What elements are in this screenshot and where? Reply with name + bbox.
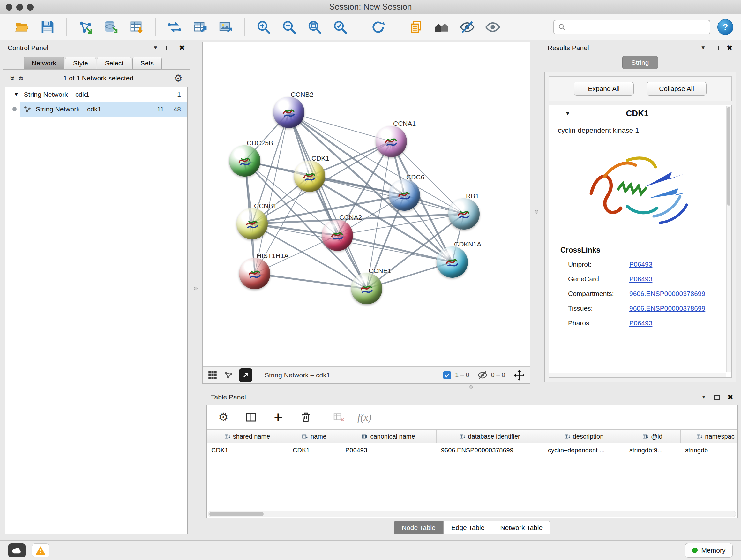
network-node-CCNA1[interactable] xyxy=(376,126,407,157)
scrollbar-thumb[interactable] xyxy=(209,512,264,516)
network-row-selected[interactable]: String Network – cdk1 11 48 xyxy=(5,102,187,117)
column-header--id[interactable]: @id xyxy=(625,430,681,443)
memory-button[interactable]: Memory xyxy=(685,543,733,558)
network-node-CCNB1[interactable] xyxy=(237,208,268,240)
float-panel-icon[interactable] xyxy=(714,46,719,51)
add-column-icon[interactable]: + xyxy=(269,408,287,426)
column-header-shared-name[interactable]: shared name xyxy=(207,430,288,443)
network-share-icon[interactable] xyxy=(223,370,234,381)
splitter-handle[interactable] xyxy=(194,287,198,290)
column-header-description[interactable]: description xyxy=(543,430,625,443)
network-node-CCNE1[interactable] xyxy=(351,273,382,304)
column-header-name[interactable]: name xyxy=(288,430,341,443)
horizontal-scrollbar[interactable] xyxy=(549,373,726,377)
tab-node-table[interactable]: Node Table xyxy=(394,521,444,535)
vertical-scrollbar[interactable] xyxy=(726,106,731,372)
zoom-out-icon[interactable] xyxy=(280,17,298,37)
table-cell[interactable]: CDK1 xyxy=(207,443,288,457)
open-session-icon[interactable] xyxy=(13,17,31,37)
network-node-CDC25B[interactable] xyxy=(229,145,260,177)
close-panel-icon[interactable]: ✖ xyxy=(727,394,733,401)
float-panel-icon[interactable] xyxy=(166,46,172,51)
crosslink-tissues-link[interactable]: 9606.ENSP00000378699 xyxy=(629,305,705,312)
splitter-handle[interactable] xyxy=(469,385,473,389)
tree-expand-icon[interactable]: ▼ xyxy=(14,91,19,98)
tab-sets[interactable]: Sets xyxy=(132,57,162,69)
function-builder-icon[interactable]: f(x) xyxy=(357,412,372,423)
selected-checkbox-icon[interactable] xyxy=(442,370,452,380)
help-button[interactable]: ? xyxy=(718,19,733,35)
tab-string[interactable]: String xyxy=(622,56,658,69)
collapse-all-button[interactable]: Collapse All xyxy=(647,82,706,96)
table-cell[interactable]: P06493 xyxy=(341,443,436,457)
expand-all-button[interactable]: Expand All xyxy=(574,82,634,96)
search-input[interactable] xyxy=(569,23,706,31)
table-cell[interactable]: cyclin–dependent ... xyxy=(543,443,625,457)
detach-view-button[interactable] xyxy=(239,368,253,382)
export-network-icon[interactable] xyxy=(165,17,184,37)
close-panel-icon[interactable]: ✖ xyxy=(179,44,185,52)
close-panel-icon[interactable]: ✖ xyxy=(727,44,733,52)
table-cell[interactable]: CDK1 xyxy=(288,443,341,457)
show-all-eye-icon[interactable] xyxy=(483,17,502,37)
float-panel-icon[interactable] xyxy=(714,395,720,400)
save-session-icon[interactable] xyxy=(38,17,57,37)
import-network-from-file-icon[interactable] xyxy=(76,17,95,37)
collapse-panel-icon[interactable]: ▼ xyxy=(701,394,706,400)
network-node-CDC6[interactable] xyxy=(389,179,420,211)
scrollbar-thumb[interactable] xyxy=(727,107,731,206)
network-node-CDKN1A[interactable] xyxy=(436,246,468,278)
column-header-canonical-name[interactable]: canonical name xyxy=(341,430,436,443)
zoom-in-icon[interactable] xyxy=(254,17,273,37)
splitter-handle[interactable] xyxy=(535,210,538,213)
collapse-panel-icon[interactable]: ▼ xyxy=(153,45,158,51)
table-horizontal-scrollbar[interactable] xyxy=(208,511,736,517)
tab-network[interactable]: Network xyxy=(23,57,64,69)
column-header-database-identifier[interactable]: database identifier xyxy=(436,430,543,443)
crosslink-uniprot-link[interactable]: P06493 xyxy=(629,260,652,268)
network-view[interactable]: CCNB2CCNA1CDC25BCDK1CDC6RB1CCNB1CCNA2CDK… xyxy=(202,42,530,384)
table-row[interactable]: CDK1CDK1P064939606.ENSP00000378699cyclin… xyxy=(207,443,738,457)
hidden-eye-slash-icon[interactable] xyxy=(477,370,488,381)
import-network-from-database-icon[interactable] xyxy=(102,17,120,37)
network-options-gear-icon[interactable]: ⚙ xyxy=(174,73,183,83)
network-collection-row[interactable]: ▼ String Network – cdk1 1 xyxy=(5,87,187,102)
import-table-icon[interactable] xyxy=(127,17,146,37)
tab-select[interactable]: Select xyxy=(97,57,131,69)
show-columns-icon[interactable] xyxy=(242,408,260,426)
zoom-selected-icon[interactable] xyxy=(331,17,349,37)
network-canvas[interactable]: CCNB2CCNA1CDC25BCDK1CDC6RB1CCNB1CCNA2CDK… xyxy=(203,42,530,366)
cloud-button[interactable] xyxy=(8,543,25,557)
collapse-all-networks-icon[interactable]: » xyxy=(16,76,25,80)
network-node-CCNA2[interactable] xyxy=(322,220,353,251)
tab-edge-table[interactable]: Edge Table xyxy=(443,521,493,535)
export-table-icon[interactable] xyxy=(191,17,209,37)
crosslink-genecard-link[interactable]: P06493 xyxy=(629,275,652,283)
export-image-icon[interactable] xyxy=(216,17,235,37)
crosslink-compartments-link[interactable]: 9606.ENSP00000378699 xyxy=(629,290,705,298)
pan-move-icon[interactable] xyxy=(513,369,526,381)
home-icon[interactable] xyxy=(432,17,451,37)
close-window-button[interactable] xyxy=(6,4,12,10)
birds-eye-view-icon[interactable] xyxy=(207,370,218,381)
collapse-protein-icon[interactable]: ▼ xyxy=(565,110,570,117)
collapse-panel-icon[interactable]: ▼ xyxy=(700,45,706,51)
copy-icon[interactable] xyxy=(407,17,425,37)
network-node-CCNB2[interactable] xyxy=(273,97,305,128)
warnings-button[interactable] xyxy=(32,543,49,557)
tab-network-table[interactable]: Network Table xyxy=(492,521,550,535)
table-cell[interactable]: stringdb:9... xyxy=(625,443,681,457)
table-settings-gear-icon[interactable]: ⚙ xyxy=(214,408,232,426)
tab-style[interactable]: Style xyxy=(65,57,96,69)
table-cell[interactable]: stringdb xyxy=(681,443,738,457)
network-node-CDK1[interactable] xyxy=(294,161,325,192)
delete-column-trash-icon[interactable] xyxy=(297,408,315,426)
hide-selected-eye-slash-icon[interactable] xyxy=(458,17,476,37)
crosslink-pharos-link[interactable]: P06493 xyxy=(629,319,652,327)
network-node-RB1[interactable] xyxy=(448,198,480,230)
network-node-HIST1H1A[interactable] xyxy=(239,258,270,289)
delete-table-icon[interactable] xyxy=(330,408,348,426)
column-header-namespac[interactable]: namespac xyxy=(681,430,738,443)
search-box[interactable] xyxy=(553,20,711,35)
zoom-window-button[interactable] xyxy=(27,4,33,10)
